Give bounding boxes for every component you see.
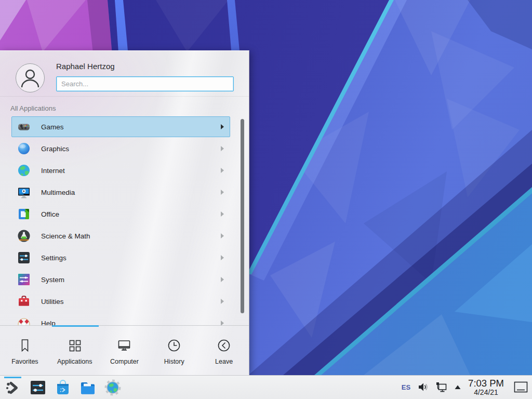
taskbar-pinned-apps: [0, 377, 123, 398]
submenu-arrow-icon: [221, 277, 224, 282]
app-category-label: Games: [41, 123, 64, 131]
tab-label: Favorites: [11, 358, 38, 365]
tab-favorites[interactable]: Favorites: [0, 326, 50, 375]
sliders-dark-icon: [17, 250, 31, 265]
document-icon: [17, 207, 31, 221]
app-category-label: Office: [41, 210, 59, 218]
system-tray: ES: [402, 378, 532, 396]
volume-button[interactable]: [417, 381, 429, 393]
active-tab-indicator: [52, 325, 99, 327]
show-desktop-icon: [514, 381, 528, 393]
user-avatar[interactable]: [16, 63, 45, 92]
scrollbar[interactable]: [241, 119, 244, 313]
app-category-internet[interactable]: Internet: [11, 160, 230, 181]
app-category-settings[interactable]: Settings: [11, 247, 230, 268]
app-category-label: Multimedia: [41, 189, 75, 196]
show-desktop-button[interactable]: [514, 381, 528, 393]
tab-history[interactable]: History: [149, 326, 199, 375]
launcher-header: Raphael Hertzog: [0, 51, 249, 97]
tab-label: History: [164, 358, 184, 365]
file-manager-folder-icon: [79, 379, 97, 396]
app-category-label: Utilities: [41, 298, 64, 305]
taskbar-panel: ES: [0, 375, 532, 399]
system-settings-icon: [29, 379, 47, 396]
tab-leave[interactable]: Leave: [199, 326, 249, 375]
app-category-help[interactable]: Help: [11, 313, 230, 326]
tab-applications[interactable]: Applications: [50, 326, 100, 375]
clock-date: 4/24/21: [474, 389, 498, 396]
user-name: Raphael Hertzog: [56, 62, 115, 71]
discover-button[interactable]: [53, 377, 73, 398]
leave-icon: [216, 338, 232, 353]
submenu-arrow-icon: [221, 233, 224, 238]
active-app-indicator: [4, 377, 21, 378]
app-category-office[interactable]: Office: [11, 204, 230, 224]
network-icon: [435, 381, 447, 393]
clock-time: 7:03 PM: [468, 378, 504, 388]
flask-icon: [17, 229, 31, 243]
launcher-tab-bar: Favorites Applications: [0, 325, 249, 375]
web-browser-globe-icon: [104, 379, 122, 396]
sliders-color-icon: [17, 272, 31, 287]
gamepad-icon: [17, 119, 31, 134]
app-category-label: Graphics: [41, 145, 69, 153]
app-launcher-icon: [4, 379, 22, 396]
computer-icon: [116, 338, 132, 353]
app-category-list: Games Graphics: [0, 116, 249, 326]
submenu-arrow-icon: [221, 299, 224, 304]
digital-clock[interactable]: 7:03 PM 4/24/21: [468, 378, 504, 396]
web-browser-button[interactable]: [103, 377, 123, 398]
app-launcher-button[interactable]: [3, 377, 23, 398]
app-category-science-math[interactable]: Science & Math: [11, 225, 230, 246]
app-grid-icon: [67, 338, 83, 353]
globe-icon: [17, 163, 31, 178]
person-icon: [16, 64, 44, 92]
submenu-arrow-icon: [221, 146, 224, 151]
app-category-label: Internet: [41, 167, 65, 175]
system-settings-button[interactable]: [28, 377, 48, 398]
bookmark-icon: [17, 338, 33, 353]
app-category-graphics[interactable]: Graphics: [11, 138, 230, 159]
application-launcher-menu: Raphael Hertzog All Applications: [0, 50, 249, 375]
submenu-arrow-icon: [221, 124, 224, 129]
chevron-up-icon: [454, 384, 461, 390]
desktop-screen: Raphael Hertzog All Applications: [0, 0, 532, 399]
tab-computer[interactable]: Computer: [100, 326, 150, 375]
toolbox-icon: [17, 294, 31, 309]
app-category-label: Science & Math: [41, 232, 90, 240]
app-category-multimedia[interactable]: Multimedia: [11, 182, 230, 203]
app-category-label: System: [41, 276, 64, 284]
app-category-label: Settings: [41, 254, 66, 262]
tab-label: Leave: [215, 358, 233, 365]
search-input[interactable]: [56, 76, 234, 91]
submenu-arrow-icon: [221, 211, 224, 217]
submenu-arrow-icon: [221, 190, 224, 195]
submenu-arrow-icon: [221, 168, 224, 173]
file-manager-button[interactable]: [78, 377, 98, 398]
discover-bag-icon: [54, 379, 72, 396]
app-category-system[interactable]: System: [11, 269, 230, 290]
monitor-play-icon: [17, 185, 31, 200]
network-button[interactable]: [435, 381, 447, 393]
tab-label: Applications: [57, 358, 92, 365]
volume-icon: [417, 381, 429, 393]
submenu-arrow-icon: [221, 255, 224, 260]
section-label: All Applications: [10, 104, 56, 112]
lifebuoy-icon: [17, 316, 31, 326]
app-category-utilities[interactable]: Utilities: [11, 291, 230, 312]
blue-ball-icon: [17, 141, 31, 156]
app-category-games[interactable]: Games: [11, 116, 230, 137]
keyboard-layout-indicator[interactable]: ES: [402, 383, 410, 391]
tab-label: Computer: [110, 358, 139, 365]
tray-expander-button[interactable]: [454, 384, 461, 390]
history-clock-icon: [166, 338, 182, 353]
